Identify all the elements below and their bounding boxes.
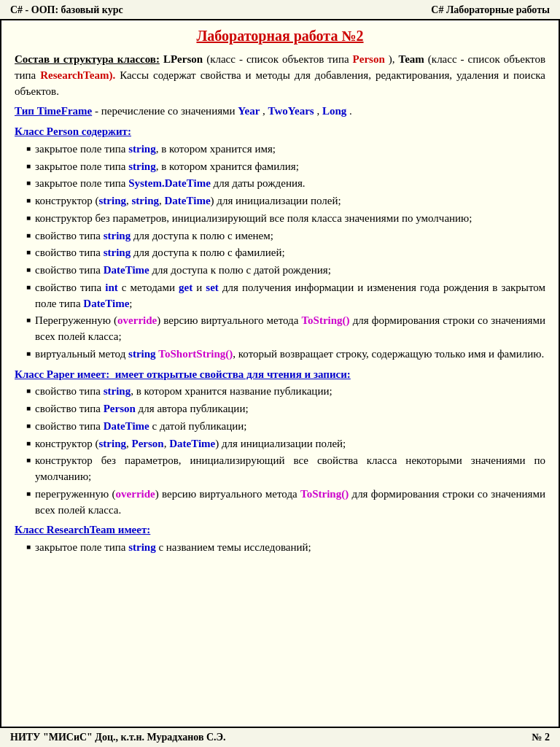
person-item-3-text: закрытое поле типа System.DateTime для д… bbox=[35, 176, 306, 192]
intro-text-2: (класс - список объектов типа bbox=[206, 53, 352, 65]
paper-item-4-text: конструктор (string, Person, DateTime) д… bbox=[35, 436, 346, 452]
twoyears-value: TwoYears bbox=[268, 105, 314, 117]
paper-section-heading: Класс Paper имеет: имеет открытые свойст… bbox=[15, 367, 545, 383]
person-list: закрытое поле типа string, в котором хра… bbox=[15, 142, 545, 363]
intro-paragraph: Состав и структура классов: LPerson (кла… bbox=[15, 52, 545, 99]
person-item-4: конструктор (string, string, DateTime) д… bbox=[15, 193, 545, 209]
person-item-7-text: свойство типа string для доступа к полю … bbox=[35, 245, 285, 261]
long-value: Long bbox=[322, 105, 346, 117]
intro-text-3: ), bbox=[389, 53, 399, 65]
header-left: C# - ООП: базовый курс bbox=[10, 4, 123, 16]
paper-item-2: свойство типа Person для автора публикац… bbox=[15, 401, 545, 417]
person-item-1-text: закрытое поле типа string, в котором хра… bbox=[35, 142, 276, 158]
person-item-6-text: свойство типа string для доступа к полю … bbox=[35, 228, 273, 244]
paper-item-2-text: свойство типа Person для автора публикац… bbox=[35, 401, 249, 417]
timeframe-heading: Тип TimeFrame bbox=[15, 105, 92, 117]
team-class: Team bbox=[399, 53, 424, 65]
researchteam-item-1-text: закрытое поле типа string с названием те… bbox=[35, 540, 311, 556]
paper-item-6-text: перегруженную (override) версию виртуаль… bbox=[35, 487, 545, 519]
paper-item-6: перегруженную (override) версию виртуаль… bbox=[15, 487, 545, 519]
researchteam-list: закрытое поле типа string с названием те… bbox=[15, 540, 545, 556]
person-item-2-text: закрытое поле типа string, в котором хра… bbox=[35, 159, 299, 175]
header-right: C# Лабораторные работы bbox=[431, 4, 550, 16]
timeframe-text-4: . bbox=[349, 105, 352, 117]
paper-item-1: свойство типа string, в котором хранится… bbox=[15, 384, 545, 400]
year-value: Year bbox=[238, 105, 260, 117]
person-item-8-text: свойство типа DateTime для доступа к пол… bbox=[35, 263, 331, 279]
paper-item-4: конструктор (string, Person, DateTime) д… bbox=[15, 436, 545, 452]
person-section-heading: Класс Person содержит: bbox=[15, 124, 545, 140]
timeframe-text-2: , bbox=[262, 105, 268, 117]
researchteam-item-1: закрытое поле типа string с названием те… bbox=[15, 540, 545, 556]
page: C# - ООП: базовый курс C# Лабораторные р… bbox=[0, 0, 560, 747]
person-item-4-text: конструктор (string, string, DateTime) д… bbox=[35, 193, 341, 209]
footer-right: № 2 bbox=[532, 732, 550, 743]
person-item-9-text: свойство типа int с методами get и set д… bbox=[35, 280, 545, 312]
paper-item-3-text: свойство типа DateTime с датой публикаци… bbox=[35, 419, 246, 435]
timeframe-line: Тип TimeFrame - перечисление со значения… bbox=[15, 104, 545, 120]
footer: НИТУ "МИСиС" Доц., к.т.н. Мурадханов С.Э… bbox=[0, 727, 560, 747]
person-class-ref: Person bbox=[353, 53, 385, 65]
paper-item-3: свойство типа DateTime с датой публикаци… bbox=[15, 419, 545, 435]
researchteam-ref: ResearchTeam). bbox=[40, 69, 115, 81]
person-item-6: свойство типа string для доступа к полю … bbox=[15, 228, 545, 244]
timeframe-text-3: , bbox=[316, 105, 322, 117]
footer-left: НИТУ "МИСиС" Доц., к.т.н. Мурадханов С.Э… bbox=[10, 732, 226, 743]
paper-item-5: конструктор без параметров, инициализиру… bbox=[15, 453, 545, 485]
person-item-3: закрытое поле типа System.DateTime для д… bbox=[15, 176, 545, 192]
person-item-9: свойство типа int с методами get и set д… bbox=[15, 280, 545, 312]
person-item-10: Перегруженную (override) версию виртуаль… bbox=[15, 313, 545, 345]
person-item-8: свойство типа DateTime для доступа к пол… bbox=[15, 263, 545, 279]
paper-item-1-text: свойство типа string, в котором хранится… bbox=[35, 384, 332, 400]
page-title: Лабораторная работа №2 bbox=[15, 28, 545, 44]
timeframe-text-1: - перечисление со значениями bbox=[95, 105, 238, 117]
person-item-11: виртуальный метод string ToShortString()… bbox=[15, 347, 545, 363]
person-item-5: конструктор без параметров, инициализиру… bbox=[15, 211, 545, 227]
person-item-5-text: конструктор без параметров, инициализиру… bbox=[35, 211, 472, 227]
paper-item-5-text: конструктор без параметров, инициализиру… bbox=[35, 453, 545, 485]
person-item-1: закрытое поле типа string, в котором хра… bbox=[15, 142, 545, 158]
person-item-7: свойство типа string для доступа к полю … bbox=[15, 245, 545, 261]
intro-heading: Состав и структура классов: bbox=[15, 53, 160, 65]
researchteam-section-heading: Класс ResearchTeam имеет: bbox=[15, 522, 545, 538]
lperson-class: LPerson bbox=[163, 53, 203, 65]
header: C# - ООП: базовый курс C# Лабораторные р… bbox=[0, 0, 560, 20]
main-content: Лабораторная работа №2 Состав и структур… bbox=[0, 20, 560, 727]
person-item-11-text: виртуальный метод string ToShortString()… bbox=[35, 347, 544, 363]
paper-list: свойство типа string, в котором хранится… bbox=[15, 384, 545, 518]
person-item-10-text: Перегруженную (override) версию виртуаль… bbox=[35, 313, 545, 345]
person-item-2: закрытое поле типа string, в котором хра… bbox=[15, 159, 545, 175]
